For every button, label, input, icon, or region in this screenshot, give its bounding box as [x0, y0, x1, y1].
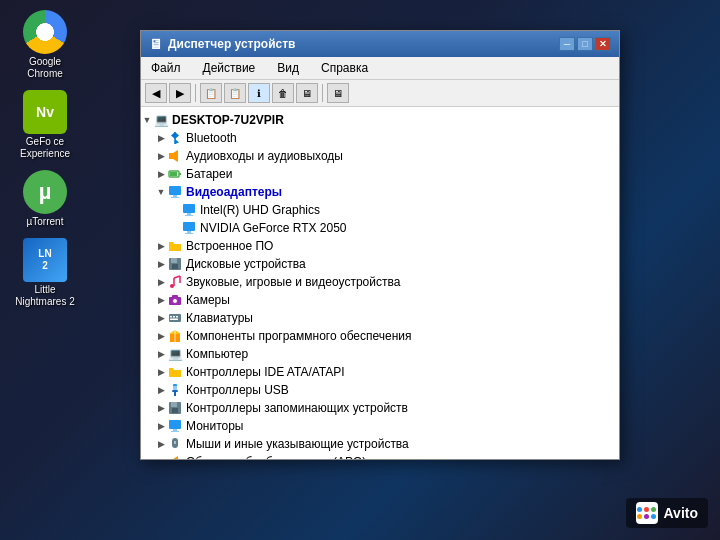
expand-icon[interactable]: ▶: [155, 131, 167, 145]
tree-item[interactable]: ▼Видеоадаптеры: [141, 183, 619, 201]
window-icon: 🖥: [149, 36, 163, 52]
item-icon: [181, 202, 197, 218]
tree-item[interactable]: ▶Клавиатуры: [141, 309, 619, 327]
maximize-button[interactable]: □: [577, 37, 593, 51]
desktop: Google Chrome Nv GeFo ceExperience µ µTo…: [0, 0, 720, 540]
tree-item[interactable]: ▶Объекты обработки звука (APO): [141, 453, 619, 459]
item-icon: [167, 238, 183, 254]
tree-item[interactable]: ▼💻DESKTOP-7U2VPIR: [141, 111, 619, 129]
avito-dot: [651, 514, 656, 519]
tree-item-label: Видеоадаптеры: [186, 185, 282, 199]
expand-icon[interactable]: [169, 221, 181, 235]
close-button[interactable]: ✕: [595, 37, 611, 51]
menu-help[interactable]: Справка: [315, 59, 374, 77]
chrome-icon-desktop[interactable]: Google Chrome: [10, 10, 80, 80]
device-tree[interactable]: ▼💻DESKTOP-7U2VPIR▶Bluetooth▶Аудиовходы и…: [141, 107, 619, 459]
tree-item-label: NVIDIA GeForce RTX 2050: [200, 221, 347, 235]
toolbar-btn-6[interactable]: 🖥: [327, 83, 349, 103]
nightmares-label: LittleNightmares 2: [15, 284, 74, 308]
tree-item[interactable]: ▶Дисковые устройства: [141, 255, 619, 273]
menu-view[interactable]: Вид: [271, 59, 305, 77]
expand-icon[interactable]: ▶: [155, 455, 167, 459]
svg-rect-9: [171, 197, 179, 198]
tree-item[interactable]: ▶Контроллеры запоминающих устройств: [141, 399, 619, 417]
tree-item-label: Объекты обработки звука (APO): [186, 455, 366, 459]
expand-icon[interactable]: ▼: [141, 113, 153, 127]
tree-item[interactable]: ▶Батареи: [141, 165, 619, 183]
expand-icon[interactable]: ▶: [155, 437, 167, 451]
nightmares-icon-desktop[interactable]: LN2 LittleNightmares 2: [10, 238, 80, 308]
menu-file[interactable]: Файл: [145, 59, 187, 77]
tree-item[interactable]: NVIDIA GeForce RTX 2050: [141, 219, 619, 237]
tree-item[interactable]: Intel(R) UHD Graphics: [141, 201, 619, 219]
svg-point-24: [173, 299, 178, 304]
svg-rect-14: [187, 231, 191, 233]
item-icon: [167, 454, 183, 459]
tree-item[interactable]: ▶Камеры: [141, 291, 619, 309]
device-manager-window: 🖥 Диспетчер устройств ─ □ ✕ Файл Действи…: [140, 30, 620, 460]
tree-item-label: Мониторы: [186, 419, 243, 433]
svg-rect-40: [171, 402, 177, 407]
geforce-icon-desktop[interactable]: Nv GeFo ceExperience: [10, 90, 80, 160]
tree-item[interactable]: ▶💻Компьютер: [141, 345, 619, 363]
expand-icon[interactable]: ▶: [155, 167, 167, 181]
svg-rect-29: [176, 316, 178, 318]
svg-rect-11: [187, 213, 191, 215]
tree-item[interactable]: ▶Bluetooth: [141, 129, 619, 147]
item-icon: [167, 148, 183, 164]
forward-button[interactable]: ▶: [169, 83, 191, 103]
avito-dot: [637, 507, 642, 512]
expand-icon[interactable]: ▶: [155, 293, 167, 307]
tree-item-label: Мыши и иные указывающие устройства: [186, 437, 409, 451]
expand-icon[interactable]: ▶: [155, 275, 167, 289]
utorrent-icon-desktop[interactable]: µ µTorrent: [10, 170, 80, 228]
item-icon: [167, 436, 183, 452]
tree-item-label: Intel(R) UHD Graphics: [200, 203, 320, 217]
item-icon: [181, 220, 197, 236]
toolbar-btn-4[interactable]: 🗑: [272, 83, 294, 103]
expand-icon[interactable]: ▶: [155, 365, 167, 379]
menu-action[interactable]: Действие: [197, 59, 262, 77]
toolbar-btn-1[interactable]: 📋: [200, 83, 222, 103]
item-icon: [167, 382, 183, 398]
expand-icon[interactable]: ▶: [155, 401, 167, 415]
tree-item[interactable]: ▶Мониторы: [141, 417, 619, 435]
expand-icon[interactable]: ▶: [155, 419, 167, 433]
tree-item[interactable]: ▶Контроллеры IDE ATA/ATAPI: [141, 363, 619, 381]
tree-item[interactable]: ▶Аудиовходы и аудиовыходы: [141, 147, 619, 165]
expand-icon[interactable]: ▶: [155, 149, 167, 163]
minimize-button[interactable]: ─: [559, 37, 575, 51]
svg-rect-37: [172, 390, 178, 392]
toolbar-btn-2[interactable]: 📋: [224, 83, 246, 103]
tree-item[interactable]: ▶Мыши и иные указывающие устройства: [141, 435, 619, 453]
back-button[interactable]: ◀: [145, 83, 167, 103]
item-icon: [167, 184, 183, 200]
item-icon: 💻: [153, 112, 169, 128]
toolbar-btn-3[interactable]: ℹ: [248, 83, 270, 103]
expand-icon[interactable]: ▶: [155, 311, 167, 325]
expand-icon[interactable]: ▶: [155, 329, 167, 343]
expand-icon[interactable]: ▶: [155, 347, 167, 361]
tree-item[interactable]: ▶Контроллеры USB: [141, 381, 619, 399]
expand-icon[interactable]: ▶: [155, 383, 167, 397]
title-bar: 🖥 Диспетчер устройств ─ □ ✕: [141, 31, 619, 57]
avito-label: Avito: [664, 505, 698, 521]
svg-rect-41: [172, 408, 178, 413]
item-icon: [167, 328, 183, 344]
tree-item[interactable]: ▶Компоненты программного обеспечения: [141, 327, 619, 345]
geforce-label: GeFo ceExperience: [20, 136, 70, 160]
tree-item[interactable]: ▶Звуковые, игровые и видеоустройства: [141, 273, 619, 291]
item-icon: [167, 310, 183, 326]
expand-icon[interactable]: [169, 203, 181, 217]
tree-item-label: Клавиатуры: [186, 311, 253, 325]
expand-icon[interactable]: ▼: [155, 185, 167, 199]
svg-rect-6: [170, 172, 177, 176]
expand-icon[interactable]: ▶: [155, 239, 167, 253]
item-icon: [167, 400, 183, 416]
expand-icon[interactable]: ▶: [155, 257, 167, 271]
svg-rect-18: [172, 264, 178, 269]
toolbar-btn-5[interactable]: 🖥: [296, 83, 318, 103]
chrome-label: Google Chrome: [10, 56, 80, 80]
svg-rect-28: [173, 316, 175, 318]
tree-item[interactable]: ▶Встроенное ПО: [141, 237, 619, 255]
